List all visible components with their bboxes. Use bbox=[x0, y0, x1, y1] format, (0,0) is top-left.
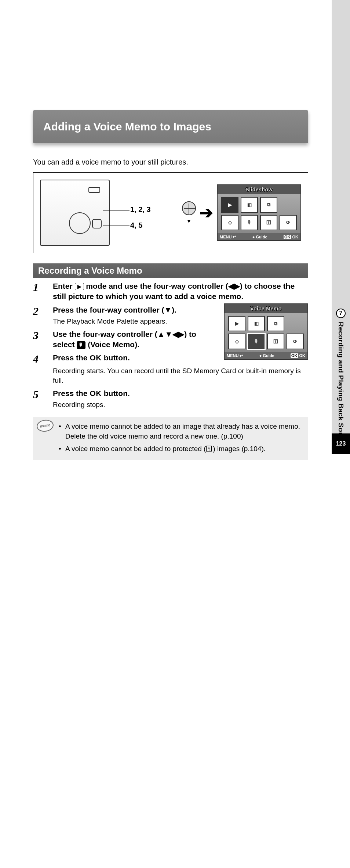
step-desc: Recording starts. You can record until t… bbox=[53, 366, 308, 385]
down-arrow-icon: ▼ bbox=[186, 218, 192, 224]
lcd1-menu-label: MENU bbox=[220, 235, 231, 239]
memo-item: A voice memo cannot be added to protecte… bbox=[59, 444, 302, 454]
lcd1-back-icon: ↩ bbox=[233, 234, 236, 239]
step-head: Use the four-way controller (▲▼◀▶) to se… bbox=[53, 329, 218, 350]
step-head: Press the OK button. bbox=[53, 353, 218, 363]
lcd2-guide-dot-icon: ● bbox=[259, 353, 262, 358]
lcd2-icon-2: ◧ bbox=[248, 316, 265, 332]
controller-dial-icon bbox=[182, 201, 196, 215]
callouts: 1, 2, 3 4, 5 bbox=[114, 205, 151, 230]
lcd2-title: Voice Memo bbox=[225, 304, 307, 313]
step-desc: Recording stops. bbox=[53, 400, 308, 410]
ok-button-label: OK bbox=[90, 353, 102, 362]
step-4-desc-row: 4 Recording starts. You can record until… bbox=[33, 365, 308, 385]
lcd2-icon-key: ⚿ bbox=[267, 334, 284, 349]
chapter-label: Recording and Playing Back Sound bbox=[337, 322, 345, 446]
lcd2-icon-mic-selected: 🎙 bbox=[248, 334, 265, 349]
lcd1-title: Slideshow bbox=[218, 185, 300, 194]
subtitle: Recording a Voice Memo bbox=[33, 263, 308, 278]
step-number: 3 bbox=[33, 329, 45, 350]
lcd-screenshot-1: Slideshow ▶ ◧ ⧉ ◇ 🎙 ⚿ ⟳ MENU↩ ●Guide OKO… bbox=[217, 184, 301, 241]
ok-button-label: OK bbox=[90, 389, 102, 397]
step-head: Press the four-way controller (▼). bbox=[53, 305, 218, 315]
lcd2-menu-label: MENU bbox=[227, 353, 238, 358]
figure-box: 1, 2, 3 4, 5 ▼ ➔ Slideshow ▶ ◧ ⧉ ◇ 🎙 ⚿ ⟳… bbox=[33, 172, 308, 253]
chapter-tab: 7 Recording and Playing Back Sound bbox=[334, 309, 348, 446]
step-4: 4 Press the OK button. bbox=[33, 353, 218, 365]
memo-item: A voice memo cannot be added to an image… bbox=[59, 421, 302, 442]
lcd2-icon-3: ⧉ bbox=[267, 316, 284, 332]
step-head: Enter ▶ mode and use the four-way contro… bbox=[53, 281, 308, 302]
lcd1-guide-label: Guide bbox=[256, 235, 267, 239]
chapter-number: 7 bbox=[336, 309, 346, 318]
step-desc: The Playback Mode Palette appears. bbox=[53, 317, 218, 326]
lcd1-ok-label: OK bbox=[292, 235, 299, 239]
page-number: 123 bbox=[332, 433, 350, 454]
lcd1-icon-play: ▶ bbox=[221, 197, 238, 213]
step-1: 1 Enter ▶ mode and use the four-way cont… bbox=[33, 281, 308, 302]
step-number: 1 bbox=[33, 281, 45, 302]
lcd1-icon-key: ⚿ bbox=[260, 215, 277, 231]
intro-text: You can add a voice memo to your still p… bbox=[33, 158, 308, 166]
step-5: 5 Press the OK button. Recording stops. bbox=[33, 388, 308, 410]
lcd2-guide-label: Guide bbox=[263, 353, 274, 358]
memo-icon: memo bbox=[36, 419, 54, 433]
callout-line-1: 1, 2, 3 bbox=[114, 205, 151, 214]
lcd2-ok-box: OK bbox=[291, 353, 298, 358]
lcd1-icon-3: ⧉ bbox=[260, 197, 277, 213]
lcd2-icon-5: ◇ bbox=[228, 334, 245, 349]
camera-diagram bbox=[40, 180, 110, 246]
lcd2-icon-play: ▶ bbox=[228, 316, 245, 332]
lcd1-ok-box: OK bbox=[284, 235, 291, 239]
camera-top-button-icon bbox=[88, 187, 100, 193]
lcd2-icon-dpof: ⟳ bbox=[287, 334, 304, 349]
lcd1-icon-mic: 🎙 bbox=[241, 215, 258, 231]
callout-line-2: 4, 5 bbox=[114, 221, 151, 230]
right-arrow-icon: ➔ bbox=[200, 205, 213, 221]
step-number: 2 bbox=[33, 305, 45, 326]
playback-mode-icon: ▶ bbox=[75, 283, 84, 290]
step-2: 2 Press the four-way controller (▼). The… bbox=[33, 305, 218, 326]
lcd2-ok-label: OK bbox=[299, 353, 306, 358]
lcd1-guide-dot-icon: ● bbox=[252, 235, 255, 239]
lcd1-icon-5: ◇ bbox=[221, 215, 238, 231]
lcd2-back-icon: ↩ bbox=[240, 353, 243, 358]
step-3: 3 Use the four-way controller (▲▼◀▶) to … bbox=[33, 329, 218, 350]
voice-memo-icon: 🎙 bbox=[77, 341, 85, 349]
lcd1-icon-2: ◧ bbox=[241, 197, 258, 213]
page-title: Adding a Voice Memo to Images bbox=[33, 110, 308, 143]
step-head: Press the OK button. bbox=[53, 388, 308, 399]
memo-box: memo A voice memo cannot be added to an … bbox=[33, 417, 308, 461]
lcd-screenshot-2: Voice Memo ▶ ◧ ⧉ ◇ 🎙 ⚿ ⟳ MENU↩ ●Guide bbox=[224, 303, 308, 360]
step-number: 4 bbox=[33, 353, 45, 365]
step-number: 5 bbox=[33, 388, 45, 410]
lcd1-icon-dpof: ⟳ bbox=[280, 215, 297, 231]
